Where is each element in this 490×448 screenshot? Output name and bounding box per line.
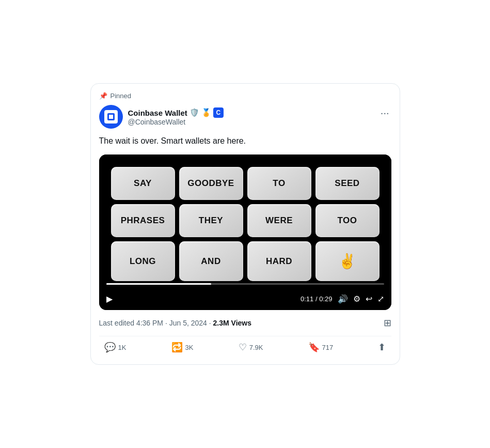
- word-tile-seed: SEED: [315, 167, 380, 200]
- account-handle[interactable]: @CoinbaseWallet: [128, 118, 224, 126]
- tweet-actions: 💬 1K 🔁 3K ♡ 7.9K 🔖 717 ⬆: [99, 336, 391, 356]
- bookmark-count: 717: [322, 344, 334, 351]
- captions-icon[interactable]: ↩: [366, 294, 372, 304]
- account-name-row: Coinbase Wallet 🛡️ 🏅 C: [128, 107, 224, 118]
- retweet-count: 3K: [185, 344, 194, 351]
- coinbase-badge-icon: C: [213, 107, 224, 118]
- word-tile-long: LONG: [111, 241, 175, 281]
- word-tile-goodbye: GOODBYE: [179, 167, 243, 200]
- tweet-meta-text: Last edited 4:36 PM · Jun 5, 2024 · 2.3M…: [99, 319, 252, 327]
- time-display: 0:11 / 0:29: [301, 295, 332, 303]
- like-action[interactable]: ♡ 7.9K: [233, 338, 268, 356]
- retweet-action[interactable]: 🔁 3K: [166, 338, 199, 356]
- pin-icon: 📌: [99, 92, 107, 100]
- fullscreen-icon[interactable]: ⤢: [377, 294, 384, 304]
- avatar[interactable]: [99, 105, 123, 129]
- comment-icon: 💬: [104, 342, 116, 353]
- edited-time: Last edited 4:36 PM · Jun 5, 2024 ·: [99, 319, 213, 327]
- word-tile-to: TO: [247, 167, 311, 200]
- bookmark-action[interactable]: 🔖 717: [303, 338, 339, 356]
- like-count: 7.9K: [249, 344, 263, 351]
- video-progress-bar[interactable]: [106, 283, 384, 285]
- word-tile-hard: HARD: [247, 241, 311, 281]
- word-tile-peace: ✌: [315, 241, 380, 281]
- views-analytics-icon[interactable]: ⊞: [384, 317, 391, 329]
- word-tile-say: SAY: [111, 167, 175, 200]
- comment-action[interactable]: 💬 1K: [99, 338, 132, 356]
- volume-icon[interactable]: 🔊: [338, 294, 348, 304]
- word-tile-phrases: PHRASES: [111, 204, 175, 237]
- word-tile-too: TOO: [315, 204, 380, 237]
- time-current: 0:11: [301, 295, 313, 303]
- shield-badge-icon: 🛡️: [189, 108, 199, 117]
- tweet-header: Coinbase Wallet 🛡️ 🏅 C @CoinbaseWallet ·…: [99, 105, 391, 129]
- share-icon: ⬆: [378, 342, 386, 352]
- verified-badge-icon: 🏅: [201, 108, 211, 117]
- play-button[interactable]: ▶: [106, 294, 113, 304]
- settings-icon[interactable]: ⚙: [353, 294, 360, 304]
- pinned-label: 📌 Pinned: [99, 92, 391, 100]
- word-tile-and: AND: [179, 241, 243, 281]
- views-count: 2.3M Views: [213, 319, 251, 327]
- comment-count: 1K: [118, 344, 127, 351]
- retweet-icon: 🔁: [171, 342, 183, 353]
- more-options-button[interactable]: ···: [378, 105, 391, 121]
- tweet-header-left: Coinbase Wallet 🛡️ 🏅 C @CoinbaseWallet: [99, 105, 224, 129]
- account-name[interactable]: Coinbase Wallet: [128, 109, 187, 117]
- share-button[interactable]: ⬆: [373, 338, 391, 356]
- word-grid: SAY GOODBYE TO SEED PHRASES THEY WERE TO…: [111, 167, 380, 281]
- heart-icon: ♡: [239, 342, 247, 353]
- word-tile-were: WERE: [247, 204, 311, 237]
- tweet-text: The wait is over. Smart wallets are here…: [99, 135, 391, 147]
- account-info: Coinbase Wallet 🛡️ 🏅 C @CoinbaseWallet: [128, 107, 224, 126]
- bookmark-icon: 🔖: [308, 342, 320, 353]
- video-content: SAY GOODBYE TO SEED PHRASES THEY WERE TO…: [99, 155, 391, 281]
- video-control-icons: 🔊 ⚙ ↩ ⤢: [338, 294, 384, 304]
- word-tile-they: THEY: [179, 204, 243, 237]
- tweet-meta: Last edited 4:36 PM · Jun 5, 2024 · 2.3M…: [99, 317, 391, 329]
- avatar-inner-square: [107, 113, 115, 120]
- video-progress-fill: [106, 283, 212, 285]
- video-controls: ▶ 0:11 / 0:29 🔊 ⚙ ↩ ⤢: [99, 290, 391, 310]
- avatar-icon: [104, 110, 118, 123]
- video-container[interactable]: SAY GOODBYE TO SEED PHRASES THEY WERE TO…: [99, 155, 391, 310]
- time-total: 0:29: [319, 295, 332, 303]
- pinned-text: Pinned: [110, 92, 131, 100]
- tweet-card: 📌 Pinned Coinbase Wallet 🛡️ 🏅 C @Coinbas…: [90, 83, 400, 365]
